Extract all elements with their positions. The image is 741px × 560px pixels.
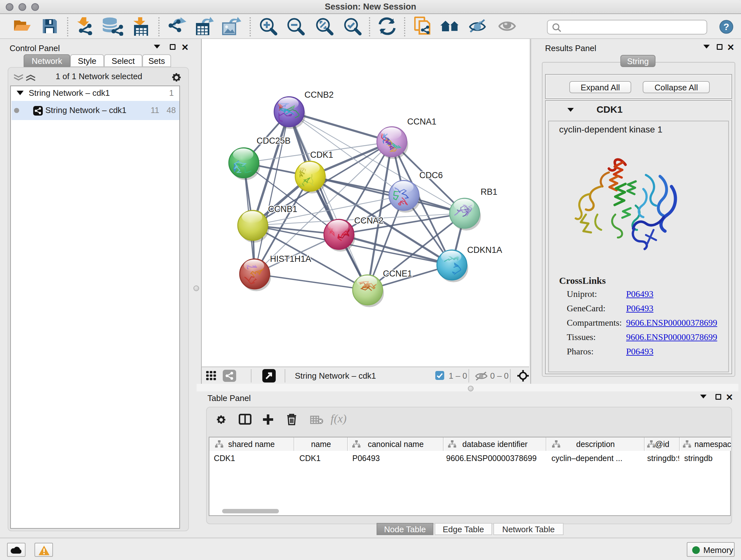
svg-text:?: ? xyxy=(724,21,729,32)
